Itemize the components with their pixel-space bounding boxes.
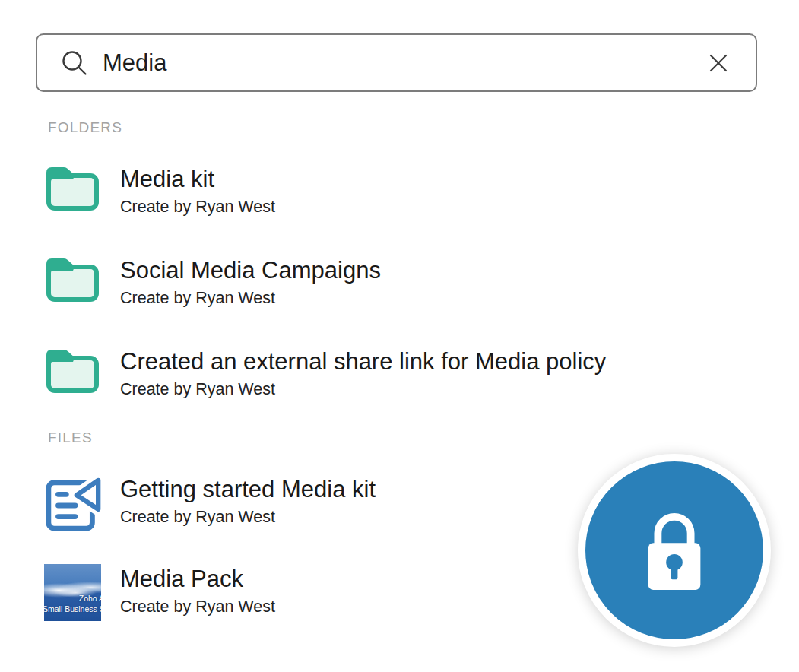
result-subtitle: Create by Ryan West bbox=[120, 597, 275, 617]
search-icon bbox=[60, 49, 89, 78]
search-result-file[interactable]: Getting started Media kit Create by Ryan… bbox=[44, 474, 376, 535]
folder-icon bbox=[44, 255, 103, 303]
result-subtitle: Create by Ryan West bbox=[120, 288, 381, 308]
result-title: Getting started Media kit bbox=[120, 476, 376, 503]
close-x-icon bbox=[704, 49, 733, 78]
search-result-folder[interactable]: Media kit Create by Ryan West bbox=[44, 164, 275, 217]
result-subtitle: Create by Ryan West bbox=[120, 197, 275, 217]
result-subtitle: Create by Ryan West bbox=[120, 379, 606, 399]
result-subtitle: Create by Ryan West bbox=[120, 507, 376, 527]
clear-search-button[interactable] bbox=[701, 46, 736, 81]
folder-icon bbox=[44, 164, 103, 211]
thumbnail-text: Small Business Stu bbox=[44, 604, 101, 613]
files-section-label: FILES bbox=[48, 430, 799, 446]
search-result-file[interactable]: Zoho A Small Business Stu Media Pack Cre… bbox=[44, 564, 275, 621]
search-bar bbox=[36, 33, 757, 92]
result-title: Created an external share link for Media… bbox=[120, 348, 606, 376]
folder-icon bbox=[44, 347, 103, 394]
result-title: Media kit bbox=[120, 166, 275, 193]
thumbnail-text: Zoho A bbox=[79, 594, 101, 603]
search-result-folder[interactable]: Created an external share link for Media… bbox=[44, 347, 606, 399]
search-input[interactable] bbox=[103, 49, 701, 77]
result-title: Social Media Campaigns bbox=[120, 257, 381, 284]
lock-button[interactable] bbox=[578, 454, 771, 647]
search-result-folder[interactable]: Social Media Campaigns Create by Ryan We… bbox=[44, 255, 381, 308]
image-thumbnail: Zoho A Small Business Stu bbox=[44, 564, 103, 621]
document-file-icon bbox=[44, 474, 103, 535]
result-title: Media Pack bbox=[120, 566, 275, 593]
lock-icon bbox=[633, 506, 715, 595]
folders-section-label: FOLDERS bbox=[48, 119, 799, 136]
